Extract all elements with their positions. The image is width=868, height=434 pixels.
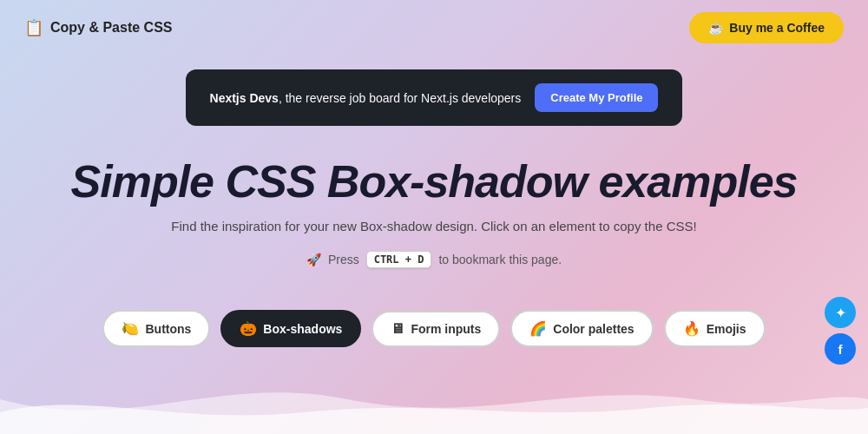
hero-section: Simple CSS Box-shadow examples Find the …	[0, 126, 868, 286]
social-icons: ✦ f	[825, 297, 856, 365]
pill-form-inputs[interactable]: 🖥Form inputs	[372, 311, 500, 347]
emojis-label: Emojis	[707, 322, 746, 336]
banner-text: Nextjs Devs, the reverse job board for N…	[210, 91, 522, 105]
coffee-label: Buy me a Coffee	[729, 21, 825, 35]
emojis-icon: 🔥	[683, 320, 700, 337]
logo-icon: 📋	[24, 18, 43, 37]
color-palettes-icon: 🌈	[529, 320, 547, 337]
color-palettes-label: Color palettes	[553, 322, 634, 336]
logo[interactable]: 📋 Copy & Paste CSS	[24, 18, 172, 37]
pill-emojis[interactable]: 🔥Emojis	[664, 310, 766, 347]
banner-bold: Nextjs Devs	[210, 91, 279, 105]
wave-decoration	[0, 365, 868, 434]
box-shadows-icon: 🎃	[240, 320, 257, 337]
rocket-icon: 🚀	[306, 253, 321, 266]
promo-banner: Nextjs Devs, the reverse job board for N…	[186, 69, 683, 126]
buttons-icon: 🍋	[122, 320, 139, 337]
buttons-label: Buttons	[145, 322, 191, 336]
pill-color-palettes[interactable]: 🌈Color palettes	[510, 310, 653, 347]
bookmark-hint: 🚀 Press CTRL + D to bookmark this page.	[306, 251, 562, 268]
logo-text: Copy & Paste CSS	[50, 20, 172, 36]
navbar: 📋 Copy & Paste CSS ☕ Buy me a Coffee	[0, 0, 868, 56]
keyboard-shortcut: CTRL + D	[366, 251, 432, 268]
twitter-icon: ✦	[835, 305, 846, 321]
banner-cta-button[interactable]: Create My Profile	[535, 83, 658, 112]
coffee-icon: ☕	[708, 21, 723, 35]
facebook-icon: f	[838, 342, 843, 357]
form-inputs-label: Form inputs	[411, 322, 481, 336]
pill-box-shadows[interactable]: 🎃Box-shadows	[220, 310, 361, 347]
banner-body: , the reverse job board for Next.js deve…	[279, 91, 521, 105]
hero-subtitle: Find the inspiration for your new Box-sh…	[17, 219, 851, 233]
twitter-button[interactable]: ✦	[825, 297, 856, 328]
buy-coffee-button[interactable]: ☕ Buy me a Coffee	[689, 12, 844, 43]
pill-buttons[interactable]: 🍋Buttons	[102, 310, 210, 347]
form-inputs-icon: 🖥	[391, 321, 404, 337]
box-shadows-label: Box-shadows	[263, 322, 342, 336]
category-pills: 🍋Buttons🎃Box-shadows🖥Form inputs🌈Color p…	[0, 286, 868, 365]
hero-title: Simple CSS Box-shadow examples	[17, 157, 851, 207]
bookmark-pre: Press	[328, 253, 359, 266]
bookmark-post: to bookmark this page.	[438, 253, 562, 266]
facebook-button[interactable]: f	[825, 333, 856, 365]
